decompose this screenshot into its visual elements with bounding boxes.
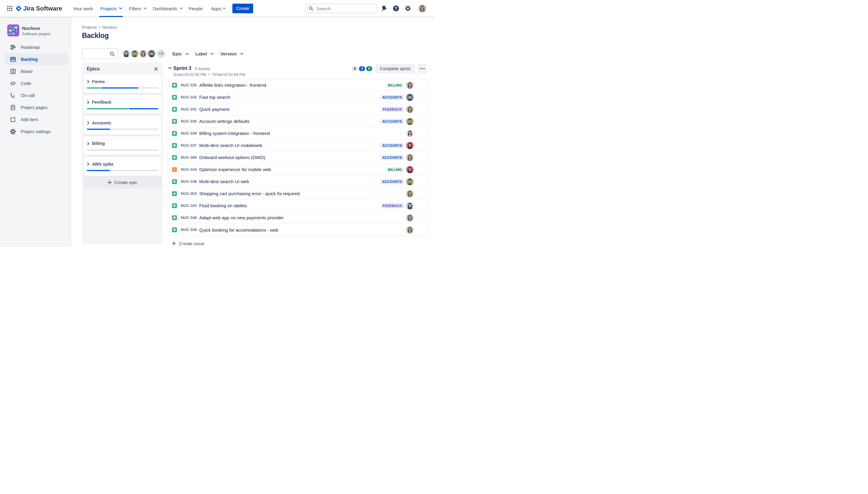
svg-text:?: ? — [395, 6, 398, 11]
